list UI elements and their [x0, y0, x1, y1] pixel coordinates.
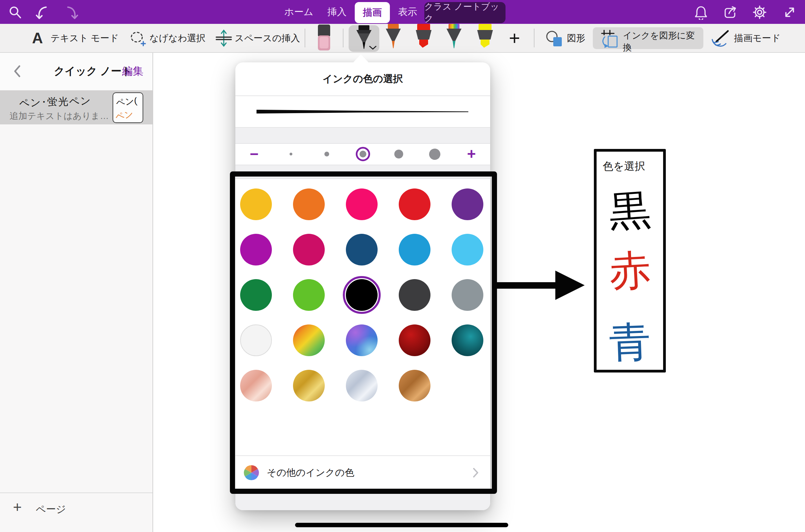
popover-title: インクの色の選択 — [235, 62, 490, 95]
tab-draw[interactable]: 描画 — [355, 2, 390, 23]
back-chevron-icon[interactable] — [14, 65, 20, 77]
eraser-tool[interactable] — [316, 25, 332, 52]
sidebar-header: クイック ノート 編集 — [0, 52, 152, 90]
page-preview-text: 追加テキストはありま… — [10, 110, 109, 122]
page-title-handwritten: ペン･蛍光ペン — [19, 94, 91, 110]
onenote-app: ホーム 挿入 描画 表示 クラス ノートブック — [0, 0, 805, 532]
tab-insert[interactable]: 挿入 — [323, 0, 351, 24]
lasso-icon — [128, 30, 146, 48]
plus-icon: + — [13, 499, 22, 516]
shapes-icon — [545, 29, 564, 48]
insert-space-icon — [215, 29, 233, 48]
add-page-button[interactable]: + ページ — [0, 492, 152, 532]
red-highlighter-tool[interactable] — [413, 24, 435, 51]
thickness-dot-2[interactable] — [309, 144, 345, 164]
hand-drawn-arrow — [495, 266, 588, 305]
lasso-select-button[interactable]: なげなわ選択 — [149, 24, 206, 52]
ink-char-red: 赤 — [596, 248, 664, 293]
text-mode-button[interactable]: テキスト モード — [50, 24, 119, 52]
notebook-section-title: クイック ノート — [54, 52, 132, 90]
top-app-bar: ホーム 挿入 描画 表示 クラス ノートブック — [0, 0, 805, 24]
stroke-preview — [255, 104, 470, 118]
text-mode-icon: A — [32, 24, 43, 52]
add-pen-button[interactable]: + — [509, 24, 520, 52]
color-note-label: 色を選択 — [603, 159, 645, 173]
tab-view[interactable]: 表示 — [393, 0, 422, 24]
thickness-dot-5[interactable] — [417, 144, 453, 164]
draw-mode-button[interactable]: 描画モード — [734, 24, 780, 52]
handwritten-stroke — [295, 523, 508, 527]
draw-mode-icon — [709, 29, 731, 48]
hand-drawn-frame — [230, 171, 497, 494]
black-pen-tool-selected[interactable] — [349, 25, 379, 52]
thickness-dots — [273, 144, 453, 164]
tab-home[interactable]: ホーム — [282, 0, 316, 24]
ink-char-blue: 青 — [596, 320, 664, 364]
yellow-highlighter-tool[interactable] — [474, 24, 496, 51]
page-list-item-selected[interactable]: ペン･蛍光ペン 追加テキストはありま… ペン( ペン — [0, 90, 152, 124]
ink-char-black: 黒 — [595, 187, 664, 233]
chevron-down-icon — [369, 46, 377, 50]
orange-pen-tool[interactable] — [383, 24, 404, 51]
share-icon[interactable] — [722, 4, 738, 20]
expand-icon[interactable] — [782, 4, 797, 20]
thumbnail-ink-line2: ペン — [114, 108, 134, 123]
search-icon[interactable] — [7, 4, 23, 20]
undo-icon[interactable] — [34, 4, 50, 20]
bell-icon[interactable] — [693, 4, 709, 20]
thickness-dot-3[interactable] — [345, 144, 381, 164]
thickness-dot-1[interactable] — [273, 144, 309, 164]
redo-icon[interactable] — [64, 4, 80, 20]
add-page-label: ページ — [36, 503, 66, 516]
page-list-sidebar: クイック ノート 編集 ペン･蛍光ペン 追加テキストはありま… ペン( ペン +… — [0, 52, 153, 532]
rainbow-pen-tool[interactable] — [443, 24, 465, 51]
thumbnail-ink-line1: ペン( — [115, 95, 137, 109]
settings-icon[interactable] — [752, 4, 767, 20]
tab-class-notebook[interactable]: クラス ノートブック — [424, 2, 506, 23]
thickness-increase-button[interactable]: + — [453, 144, 490, 164]
shapes-button[interactable]: 図形 — [567, 24, 585, 52]
ink-to-shape-button[interactable]: インクを図形に変換 — [593, 27, 703, 49]
popover-arrow-notch — [353, 54, 369, 63]
thickness-selector: − + — [235, 144, 490, 164]
ink-to-shape-label: インクを図形に変換 — [623, 27, 703, 56]
insert-space-button[interactable]: スペースの挿入 — [235, 24, 300, 52]
thickness-decrease-button[interactable]: − — [235, 144, 273, 164]
page-thumbnail: ペン( ペン — [113, 92, 143, 123]
edit-button[interactable]: 編集 — [122, 52, 143, 90]
draw-ribbon: A テキスト モード なげなわ選択 スペースの挿入 — [0, 24, 805, 53]
thickness-dot-4[interactable] — [381, 144, 416, 164]
color-note-box: 色を選択 黒 赤 青 — [594, 149, 666, 373]
